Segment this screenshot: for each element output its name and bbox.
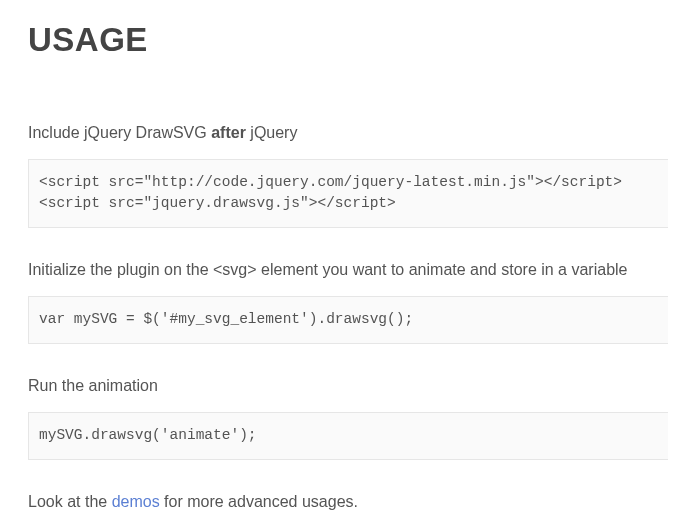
code-block-init: var mySVG = $('#my_svg_element').drawsvg…: [28, 296, 668, 344]
instruction-run: Run the animation: [28, 374, 668, 398]
emphasis-after: after: [211, 124, 246, 141]
demos-link[interactable]: demos: [112, 493, 160, 510]
text-fragment: for more advanced usages.: [160, 493, 358, 510]
text-fragment: jQuery: [246, 124, 298, 141]
text-fragment: Initialize the plugin on the: [28, 261, 213, 278]
page-heading: USAGE: [28, 15, 668, 65]
instruction-initialize: Initialize the plugin on the <svg> eleme…: [28, 258, 668, 282]
code-block-animate: mySVG.drawsvg('animate');: [28, 412, 668, 460]
text-fragment: element you want to animate and store in…: [257, 261, 628, 278]
code-block-scripts: <script src="http://code.jquery.com/jque…: [28, 159, 668, 229]
instruction-include: Include jQuery DrawSVG after jQuery: [28, 121, 668, 145]
inline-code-svg: <svg>: [213, 261, 257, 278]
text-fragment: Look at the: [28, 493, 112, 510]
text-fragment: Include jQuery DrawSVG: [28, 124, 211, 141]
instruction-demos: Look at the demos for more advanced usag…: [28, 490, 668, 514]
